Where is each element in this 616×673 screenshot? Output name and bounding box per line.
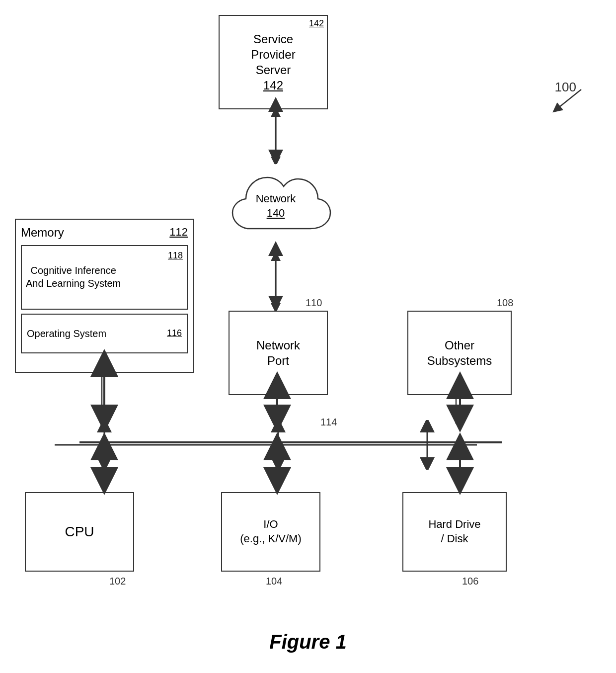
os-label: Operating System — [27, 327, 106, 340]
memory-ref: 112 — [169, 225, 188, 240]
cognitive-inference-box: 118 Cognitive InferenceAnd Learning Syst… — [21, 245, 188, 310]
io-ref: 104 — [266, 576, 282, 587]
network-label: Network140 — [256, 192, 296, 220]
hard-drive-label: Hard Drive/ Disk — [428, 517, 480, 546]
other-subsystems-label: OtherSubsystems — [427, 337, 492, 368]
hard-drive-ref: 106 — [462, 576, 478, 587]
cpu-label: CPU — [65, 523, 94, 541]
network-port-label: NetworkPort — [256, 337, 300, 368]
hard-drive-box: Hard Drive/ Disk — [402, 492, 507, 572]
other-subsystems-box: OtherSubsystems — [407, 311, 512, 395]
io-box: I/O(e.g., K/V/M) — [221, 492, 320, 572]
figure-title: Figure 1 — [0, 631, 616, 653]
arrow-network-to-port — [271, 253, 281, 311]
cpu-ref: 102 — [109, 576, 126, 587]
memory-box: Memory 112 118 Cognitive InferenceAnd Le… — [15, 219, 194, 373]
cognitive-label: Cognitive InferenceAnd Learning System — [26, 265, 121, 289]
os-box: Operating System 116 — [21, 314, 188, 353]
arrow-port-to-bus — [272, 394, 282, 424]
other-subsystems-ref: 108 — [497, 297, 513, 309]
io-label: I/O(e.g., K/V/M) — [240, 517, 301, 546]
diagram: 142 ServiceProviderServer142 100 — [0, 0, 616, 673]
service-provider-server-ref: 142 — [309, 18, 324, 29]
service-provider-server-box: 142 ServiceProviderServer142 — [219, 15, 328, 109]
network-cloud: Network140 — [219, 159, 333, 253]
bus-line — [50, 420, 482, 470]
cognitive-ref: 118 — [168, 250, 183, 261]
bus-ref-label: 114 — [320, 417, 337, 428]
ref-100-arrow — [546, 84, 586, 114]
memory-label: Memory — [21, 225, 64, 240]
arrow-server-to-network — [271, 109, 281, 164]
cpu-box: CPU — [25, 492, 134, 572]
network-port-ref: 110 — [306, 297, 322, 309]
arrow-subsystems-to-bus — [451, 394, 461, 424]
os-ref: 116 — [167, 328, 182, 339]
service-provider-server-label: ServiceProviderServer142 — [251, 31, 295, 93]
arrow-memory-to-bus — [97, 372, 107, 421]
svg-line-0 — [556, 89, 581, 109]
network-port-box: NetworkPort — [229, 311, 328, 395]
